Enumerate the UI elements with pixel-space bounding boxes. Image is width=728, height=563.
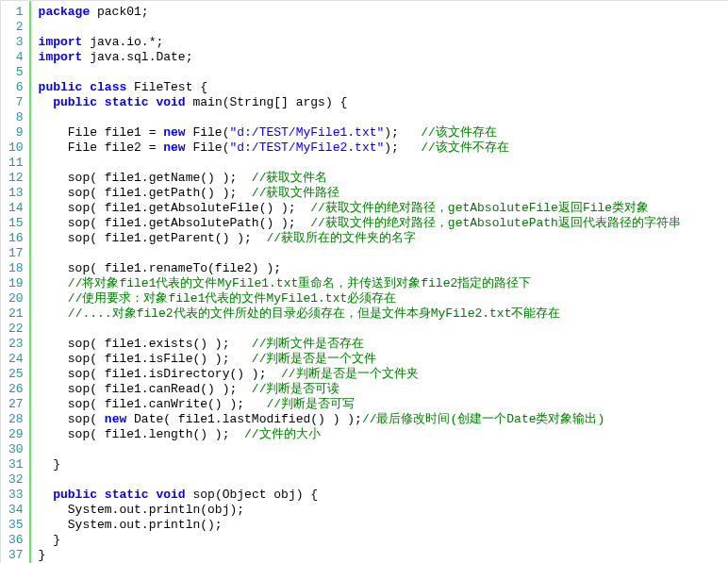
code-line: }	[39, 533, 728, 548]
code-line	[39, 442, 728, 457]
code-line	[39, 65, 728, 80]
code-line: }	[39, 457, 728, 472]
code-line: File file2 = new File("d:/TEST/MyFile2.t…	[39, 141, 728, 156]
code-line	[39, 322, 728, 337]
code-line: sop( file1.isDirectory() ); //判断是否是一个文件夹	[39, 367, 728, 382]
code-line: package pack01;	[39, 5, 728, 20]
code-line	[39, 472, 728, 488]
code-line: sop( file1.exists() ); //判断文件是否存在	[39, 337, 728, 352]
code-line: public static void sop(Object obj) {	[39, 488, 728, 503]
code-line: sop( file1.getName() ); //获取文件名	[39, 171, 728, 186]
code-line: import java.sql.Date;	[39, 50, 728, 65]
code-line: //使用要求：对象file1代表的文件MyFile1.txt必须存在	[39, 291, 728, 306]
code-line: //将对象file1代表的文件MyFile1.txt重命名，并传送到对象file…	[39, 276, 728, 291]
code-line: System.out.println();	[39, 518, 728, 533]
code-line: sop( file1.isFile() ); //判断是否是一个文件	[39, 352, 728, 367]
line-number-gutter: 1 2 3 4 5 6 7 8 9 10 11 12 13 14 15 16 1…	[1, 1, 31, 563]
code-line: sop( file1.getAbsolutePath() ); //获取文件的绝…	[39, 216, 728, 231]
code-line	[39, 246, 728, 261]
code-line	[39, 156, 728, 171]
code-line: import java.io.*;	[39, 35, 728, 50]
code-line: File file1 = new File("d:/TEST/MyFile1.t…	[39, 125, 728, 141]
code-line: sop( file1.canRead() ); //判断是否可读	[39, 382, 728, 397]
code-line: sop( file1.getParent() ); //获取所在的文件夹的名字	[39, 231, 728, 246]
code-line: sop( file1.getAbsoluteFile() ); //获取文件的绝…	[39, 201, 728, 216]
code-line	[39, 20, 728, 35]
code-line: sop( new Date( file1.lastModified() ) );…	[39, 412, 728, 427]
code-line: }	[39, 548, 728, 563]
code-block: 1 2 3 4 5 6 7 8 9 10 11 12 13 14 15 16 1…	[0, 0, 728, 563]
code-line: sop( file1.renameTo(file2) );	[39, 261, 728, 276]
code-line: sop( file1.canWrite() ); //判断是否可写	[39, 397, 728, 412]
code-line: public static void main(String[] args) {	[39, 95, 728, 110]
code-line: //....对象file2代表的文件所处的目录必须存在，但是文件本身MyFile…	[39, 306, 728, 322]
code-line: public class FileTest {	[39, 80, 728, 95]
code-content: package pack01; import java.io.*;import …	[31, 1, 728, 563]
code-line: System.out.println(obj);	[39, 503, 728, 518]
code-line: sop( file1.length() ); //文件的大小	[39, 427, 728, 442]
code-line: sop( file1.getPath() ); //获取文件路径	[39, 186, 728, 201]
code-line	[39, 110, 728, 125]
